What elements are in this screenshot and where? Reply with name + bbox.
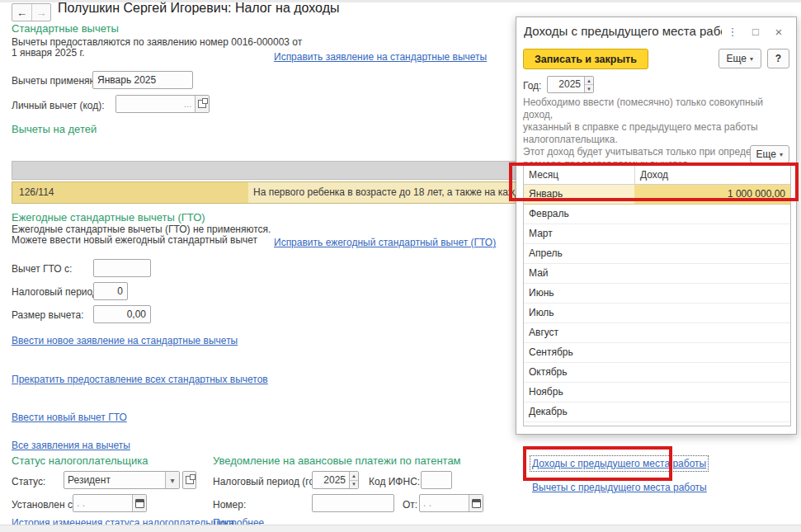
personal-deduction-label: Личный вычет (код):	[12, 100, 105, 111]
chevron-down-icon[interactable]: ▾	[165, 472, 179, 488]
month-cell[interactable]: Сентябрь	[524, 343, 634, 362]
previous-income-link[interactable]: Доходы с предыдущего места работы	[532, 458, 706, 469]
table-row[interactable]: Июнь	[524, 284, 790, 304]
month-cell[interactable]: Апрель	[524, 244, 634, 263]
table-more-label: Еще	[756, 148, 776, 160]
calendar-button[interactable]	[132, 495, 146, 511]
deduction-code-cell[interactable]: 126/114	[12, 182, 248, 203]
ifns-code-input[interactable]	[421, 471, 452, 489]
ifns-code-label: Код ИФНС:	[369, 476, 420, 487]
month-cell[interactable]: Июль	[524, 304, 634, 322]
status-value: Резидент	[64, 472, 165, 488]
close-button[interactable]: ×	[770, 24, 788, 39]
maximize-button[interactable]: □	[747, 24, 765, 39]
year-input[interactable]: 2025 ▲ ▼	[547, 76, 594, 93]
income-cell[interactable]	[634, 205, 790, 224]
income-cell[interactable]	[634, 403, 790, 421]
income-cell[interactable]	[634, 383, 790, 402]
month-cell[interactable]: Август	[524, 323, 634, 342]
table-row-january[interactable]: Январь 1 000 000,00	[524, 185, 790, 205]
status-open-button[interactable]	[182, 471, 196, 489]
standard-deductions-heading: Стандартные вычеты	[12, 22, 119, 35]
chevron-down-icon: ▾	[750, 55, 753, 63]
patent-period-input[interactable]: 2025 ▲ ▼	[312, 471, 359, 489]
table-row[interactable]: Октябрь	[524, 363, 790, 383]
children-deductions-heading: Вычеты на детей	[12, 123, 97, 135]
kebab-menu-button[interactable]: ⋮	[723, 24, 742, 39]
month-cell[interactable]: Март	[524, 224, 634, 243]
table-row[interactable]: Март	[524, 224, 790, 244]
gto-period-input[interactable]: 0	[93, 282, 128, 300]
fix-standard-application-link[interactable]: Исправить заявление на стандартные вычет…	[274, 51, 487, 63]
ellipsis-icon[interactable]: …	[181, 96, 195, 112]
month-cell[interactable]: Июнь	[524, 284, 634, 303]
income-cell[interactable]	[634, 363, 790, 382]
month-cell[interactable]: Октябрь	[524, 363, 634, 382]
calendar-icon	[472, 499, 481, 508]
patent-from-label: От:	[403, 499, 417, 511]
income-cell[interactable]	[634, 284, 790, 303]
open-button[interactable]	[195, 96, 209, 112]
month-cell[interactable]: Январь	[524, 185, 634, 204]
app-window: ← → Полушкин Сергей Игоревич: Налог на д…	[0, 0, 801, 532]
table-row[interactable]: Февраль	[524, 205, 790, 224]
spinner-down-icon[interactable]: ▼	[350, 480, 358, 489]
income-cell[interactable]	[634, 244, 790, 263]
patent-from-date-input[interactable]: . .	[419, 494, 483, 512]
new-gto-deduction-link[interactable]: Ввести новый вычет ГТО	[12, 412, 127, 423]
chevron-down-icon: ▾	[780, 151, 783, 158]
spinner-up-icon[interactable]: ▲	[350, 472, 358, 480]
table-row[interactable]: Сентябрь	[524, 343, 790, 363]
save-and-close-button[interactable]: Записать и закрыть	[523, 49, 648, 69]
gto-from-label: Вычет ГТО с:	[12, 263, 72, 275]
previous-deductions-link[interactable]: Вычеты с предыдущего места работы	[532, 482, 707, 493]
all-applications-link[interactable]: Все заявления на вычеты	[12, 440, 130, 451]
gto-from-input[interactable]	[93, 259, 151, 277]
income-cell[interactable]	[634, 343, 790, 362]
set-from-date-input[interactable]: . .	[73, 494, 147, 512]
income-cell[interactable]: 1 000 000,00	[634, 185, 790, 204]
previous-income-dialog: Доходы с предыдущего места работ… ⋮ □ × …	[516, 16, 797, 435]
table-more-button[interactable]: Еще ▾	[750, 145, 789, 163]
status-combobox[interactable]: Резидент ▾	[64, 471, 180, 489]
new-standard-application-link[interactable]: Ввести новое заявление на стандартные вы…	[12, 335, 238, 346]
spinner-up-icon[interactable]: ▲	[585, 77, 593, 84]
month-column-header: Месяц	[524, 166, 634, 184]
table-row[interactable]: Ноябрь	[524, 383, 790, 403]
income-table: Месяц Доход Январь 1 000 000,00 Февраль …	[523, 165, 791, 426]
month-cell[interactable]: Декабрь	[524, 403, 634, 421]
fix-gto-link[interactable]: Исправить ежегодный стандартный вычет (Г…	[274, 237, 496, 248]
table-row[interactable]: Декабрь	[524, 403, 790, 422]
month-cell[interactable]: Ноябрь	[524, 383, 634, 402]
patent-period-spinner[interactable]: ▲ ▼	[349, 472, 358, 488]
kebab-icon: ⋮	[728, 26, 738, 38]
table-row[interactable]: Май	[524, 264, 790, 284]
income-cell[interactable]	[634, 304, 790, 322]
forward-button[interactable]: →	[31, 4, 50, 21]
back-icon: ←	[16, 7, 27, 19]
set-from-label: Установлен с:	[12, 499, 75, 511]
help-button[interactable]: ?	[767, 49, 789, 68]
table-row[interactable]: Апрель	[524, 244, 790, 264]
personal-deduction-input[interactable]: …	[115, 95, 210, 113]
month-cell[interactable]: Февраль	[524, 205, 634, 224]
open-link-icon	[186, 476, 194, 484]
table-row[interactable]: Июль	[524, 304, 790, 323]
gto-size-input[interactable]: 0,00	[93, 305, 151, 323]
standard-info-line2: 1 января 2025 г.	[12, 47, 85, 59]
more-button[interactable]: Еще ▾	[719, 49, 761, 68]
income-cell[interactable]	[634, 224, 790, 243]
income-cell[interactable]	[634, 323, 790, 342]
year-spinner[interactable]: ▲ ▼	[584, 77, 593, 92]
month-cell[interactable]: Май	[524, 264, 634, 283]
back-button[interactable]: ←	[12, 4, 31, 21]
spinner-down-icon[interactable]: ▼	[585, 84, 593, 92]
income-cell[interactable]	[634, 264, 790, 283]
close-icon: ×	[775, 25, 783, 39]
table-row[interactable]: Август	[524, 323, 790, 343]
calendar-button[interactable]	[469, 495, 483, 511]
patent-number-label: Номер:	[213, 499, 246, 511]
patent-number-input[interactable]	[312, 494, 394, 512]
stop-all-deductions-link[interactable]: Прекратить предоставление всех стандартн…	[12, 374, 268, 385]
applied-from-input[interactable]: Январь 2025	[92, 71, 193, 89]
